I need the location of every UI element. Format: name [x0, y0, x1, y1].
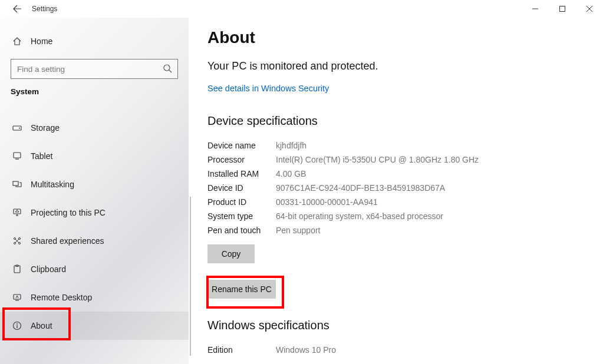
multitasking-icon	[11, 180, 24, 189]
spec-row-device-id: Device ID9076C1AE-C924-40DF-BE13-B459198…	[207, 181, 585, 195]
content: About Your PC is monitored and protected…	[189, 18, 603, 364]
search-input[interactable]	[11, 59, 178, 79]
minimize-icon	[532, 6, 538, 12]
shared-icon	[11, 236, 24, 246]
windows-spec-section: Windows specifications EditionWindows 10…	[207, 319, 585, 357]
svg-rect-4	[14, 153, 21, 158]
sidebar-item-remote[interactable]: Remote Desktop	[0, 283, 189, 312]
sidebar-item-label: Storage	[31, 123, 60, 133]
page-title: About	[207, 28, 585, 47]
svg-rect-6	[13, 181, 18, 186]
copy-button[interactable]: Copy	[207, 244, 255, 263]
sidebar-item-tablet[interactable]: Tablet	[0, 142, 189, 170]
search-wrap	[11, 59, 178, 79]
titlebar: Settings	[0, 0, 603, 18]
protection-status: Your PC is monitored and protected.	[207, 60, 585, 72]
back-button[interactable]	[8, 0, 26, 18]
maximize-button[interactable]	[549, 0, 576, 18]
info-icon	[11, 321, 24, 330]
arrow-left-icon	[12, 4, 22, 14]
sidebar-nav: Storage Tablet Multitasking Projecting t…	[0, 114, 189, 340]
device-spec-heading: Device specifications	[207, 114, 585, 128]
maximize-icon	[559, 6, 565, 12]
sidebar-item-about[interactable]: About	[0, 312, 189, 340]
spec-row-processor: ProcessorIntel(R) Core(TM) i5-5350U CPU …	[207, 153, 585, 167]
sidebar-item-label: About	[31, 321, 52, 330]
sidebar-home[interactable]: Home	[0, 29, 189, 53]
search-icon	[163, 64, 172, 73]
tablet-icon	[11, 151, 24, 161]
spec-row-product-id: Product ID00331-10000-00001-AA941	[207, 195, 585, 209]
sidebar-home-label: Home	[31, 37, 52, 46]
minimize-button[interactable]	[522, 0, 549, 18]
spec-row-device-name: Device namekjhdfdjfh	[207, 138, 585, 153]
sidebar-item-label: Multitasking	[31, 180, 74, 189]
home-icon	[11, 37, 24, 46]
security-link[interactable]: See details in Windows Security	[207, 84, 329, 93]
scrollbar-indicator[interactable]	[190, 197, 191, 356]
spec-row-edition: EditionWindows 10 Pro	[207, 343, 585, 357]
sidebar-item-shared[interactable]: Shared experiences	[0, 227, 189, 255]
sidebar-section-label: System	[0, 87, 189, 96]
sidebar-item-multitasking[interactable]: Multitasking	[0, 170, 189, 198]
spec-row-ram: Installed RAM4.00 GB	[207, 167, 585, 181]
rename-button[interactable]: Rename this PC	[207, 280, 276, 299]
storage-icon	[11, 123, 24, 133]
projecting-icon	[11, 208, 24, 217]
sidebar-item-label: Remote Desktop	[31, 293, 92, 302]
clipboard-icon	[11, 264, 24, 274]
sidebar-item-projecting[interactable]: Projecting to this PC	[0, 198, 189, 227]
device-spec-table: Device namekjhdfdjfh ProcessorIntel(R) C…	[207, 138, 585, 237]
window-controls	[522, 0, 603, 18]
windows-spec-heading: Windows specifications	[207, 319, 585, 332]
sidebar-item-clipboard[interactable]: Clipboard	[0, 255, 189, 283]
svg-point-16	[17, 323, 18, 325]
svg-rect-5	[15, 159, 19, 160]
sidebar: Home System Storage Tablet Multitasking	[0, 18, 189, 364]
sidebar-item-label: Clipboard	[31, 264, 66, 274]
sidebar-item-storage[interactable]: Storage	[0, 114, 189, 142]
sidebar-item-label: Tablet	[31, 151, 52, 161]
window-title: Settings	[32, 5, 57, 13]
svg-point-1	[164, 65, 170, 71]
spec-row-system-type: System type64-bit operating system, x64-…	[207, 209, 585, 223]
svg-point-3	[19, 128, 20, 129]
sidebar-item-label: Projecting to this PC	[31, 208, 106, 217]
close-button[interactable]	[576, 0, 603, 18]
remote-icon	[11, 293, 24, 302]
spec-row-pen: Pen and touchPen support	[207, 223, 585, 237]
svg-rect-0	[560, 6, 565, 12]
close-icon	[586, 6, 592, 12]
sidebar-item-label: Shared experiences	[31, 236, 104, 246]
